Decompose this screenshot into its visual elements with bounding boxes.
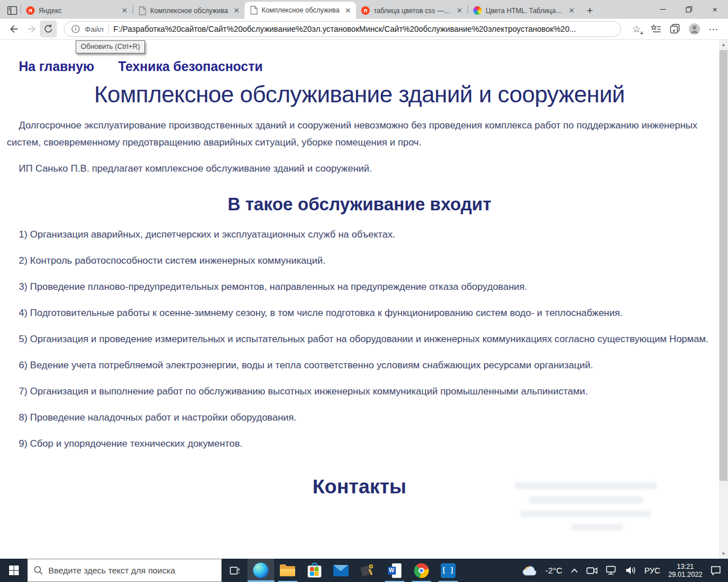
vertical-tabs-icon bbox=[7, 6, 17, 15]
service-list-item: 2) Контроль работоспособности систем инж… bbox=[7, 252, 712, 269]
page-scrollbar[interactable]: ▲ ▼ bbox=[719, 40, 728, 559]
service-list-item: 3) Проведение планово-предупредительных … bbox=[7, 278, 712, 296]
collections-icon bbox=[670, 24, 681, 34]
windows-taskbar: W [ ] -2°C РУС 13:21 29.01.2022 bbox=[0, 559, 728, 582]
clock-widget[interactable]: 13:21 29.01.2022 bbox=[666, 559, 705, 582]
word-icon: W bbox=[388, 563, 402, 578]
taskbar-search[interactable] bbox=[27, 559, 222, 582]
taskbar-app-microsoft-store[interactable] bbox=[301, 559, 328, 582]
taskbar-app-password-keys[interactable] bbox=[354, 559, 381, 582]
tab-site-page-1[interactable]: Комплексное обслужива ✕ bbox=[133, 2, 245, 19]
window-minimize-button[interactable] bbox=[650, 0, 676, 19]
meet-now-camera-icon bbox=[586, 566, 598, 575]
url-separator bbox=[108, 24, 109, 34]
webpage-content: На главную Техника безопасности Комплекс… bbox=[0, 40, 719, 559]
action-center-icon bbox=[710, 566, 721, 575]
nav-link-safety[interactable]: Техника безопасности bbox=[118, 59, 263, 74]
back-icon bbox=[9, 23, 20, 35]
ghost-text-artifact bbox=[515, 482, 657, 489]
windows-logo-icon bbox=[9, 566, 19, 575]
speaker-icon bbox=[625, 566, 636, 575]
tab-close-icon[interactable]: ✕ bbox=[344, 6, 353, 15]
tab-title: Яндекс bbox=[39, 7, 116, 15]
tab-html-colors[interactable]: Цвета HTML. Таблица из ✕ bbox=[468, 2, 580, 19]
yandex-favicon: Я bbox=[26, 6, 35, 15]
add-favorite-button[interactable]: ☆ + bbox=[628, 20, 645, 38]
scrollbar-thumb[interactable] bbox=[719, 50, 727, 481]
chrome-icon bbox=[414, 563, 429, 578]
new-tab-button[interactable]: + bbox=[582, 3, 598, 19]
address-bar[interactable]: Файл F:/Разработка%20сайтов/Сайт%20обслу… bbox=[64, 21, 621, 37]
favorites-list-button[interactable] bbox=[647, 20, 664, 38]
language-indicator[interactable]: РУС bbox=[642, 559, 663, 582]
taskbar-search-input[interactable] bbox=[48, 566, 216, 575]
ghost-text-artifact bbox=[529, 496, 643, 504]
ghost-text-artifact bbox=[520, 510, 651, 517]
service-list-item: 9) Сбор и упорядочение технических докум… bbox=[7, 435, 712, 452]
page-favicon bbox=[138, 6, 146, 15]
tab-css-colors-search[interactable]: Я таблица цветов css — Ян ✕ bbox=[356, 2, 468, 19]
url-text[interactable]: F:/Разработка%20сайтов/Сайт%20обслуживан… bbox=[113, 24, 614, 34]
tab-close-icon[interactable]: ✕ bbox=[120, 6, 129, 15]
tab-title: таблица цветов css — Ян bbox=[374, 7, 451, 15]
info-icon[interactable] bbox=[71, 24, 80, 34]
taskbar-app-brackets[interactable]: [ ] bbox=[435, 559, 461, 582]
tab-yandex[interactable]: Я Яндекс ✕ bbox=[21, 2, 133, 19]
taskbar-app-mail[interactable] bbox=[328, 559, 354, 582]
action-center-button[interactable] bbox=[708, 559, 723, 582]
refresh-icon bbox=[43, 24, 53, 34]
more-dots-icon: ··· bbox=[709, 25, 718, 34]
profile-avatar-icon bbox=[688, 23, 701, 35]
tab-site-page-2-active[interactable]: Комплексное обслужива ✕ bbox=[245, 2, 356, 19]
tray-time: 13:21 bbox=[668, 563, 702, 571]
service-list-item: 8) Проведение наладочных работ и настрой… bbox=[7, 409, 712, 426]
taskbar-app-chrome[interactable] bbox=[408, 559, 435, 582]
scroll-down-arrow[interactable]: ▼ bbox=[719, 549, 728, 559]
temperature-label[interactable]: -2°C bbox=[543, 559, 565, 582]
start-button[interactable] bbox=[0, 559, 27, 582]
keys-icon bbox=[360, 563, 375, 577]
restore-icon bbox=[686, 6, 692, 13]
forward-button[interactable] bbox=[23, 20, 40, 38]
tray-overflow-button[interactable] bbox=[568, 559, 581, 582]
plus-badge-icon: + bbox=[640, 30, 643, 36]
forward-icon bbox=[26, 23, 37, 35]
intro-paragraph: Долгосрочное эксплуатирование производст… bbox=[7, 117, 712, 151]
favorites-list-icon bbox=[651, 24, 661, 34]
intro-paragraph: ИП Санько П.В. предлагает комплексное об… bbox=[7, 160, 712, 177]
refresh-tooltip: Обновить (Ctrl+R) bbox=[76, 40, 145, 53]
intro-section: Долгосрочное эксплуатирование производст… bbox=[7, 117, 712, 177]
weather-widget[interactable] bbox=[519, 559, 540, 582]
collections-button[interactable] bbox=[667, 20, 684, 38]
weather-cloud-icon bbox=[522, 564, 537, 577]
service-list-item: 6) Ведение учета потребляемой электроэне… bbox=[7, 357, 712, 374]
taskbar-app-edge[interactable] bbox=[247, 559, 274, 582]
refresh-button[interactable] bbox=[40, 20, 57, 38]
nav-link-home[interactable]: На главную bbox=[19, 59, 94, 74]
window-close-button[interactable]: × bbox=[702, 0, 728, 19]
taskbar-app-word[interactable]: W bbox=[381, 559, 408, 582]
volume-button[interactable] bbox=[623, 559, 639, 582]
vertical-tabs-button[interactable] bbox=[3, 2, 20, 19]
service-list-item: 5) Организация и проведение измерительны… bbox=[7, 331, 712, 348]
search-icon bbox=[34, 566, 43, 575]
settings-more-button[interactable]: ··· bbox=[705, 20, 722, 38]
tab-close-icon[interactable]: ✕ bbox=[567, 6, 576, 15]
minimize-icon bbox=[660, 9, 666, 10]
scroll-up-arrow[interactable]: ▲ bbox=[719, 40, 728, 49]
network-button[interactable] bbox=[603, 559, 619, 582]
window-restore-button[interactable] bbox=[676, 0, 702, 19]
page-title: Комплексное обслуживание зданий и сооруж… bbox=[0, 81, 719, 108]
back-button[interactable] bbox=[6, 20, 23, 38]
task-view-button[interactable] bbox=[222, 559, 247, 582]
network-ethernet-icon bbox=[606, 566, 617, 575]
service-list-item: 7) Организация и выполнение работ по обс… bbox=[7, 383, 712, 400]
meet-now-button[interactable] bbox=[584, 559, 600, 582]
tab-close-icon[interactable]: ✕ bbox=[455, 6, 464, 15]
profile-button[interactable] bbox=[686, 20, 703, 38]
system-tray: -2°C РУС 13:21 29.01.2022 bbox=[519, 559, 728, 582]
taskbar-app-file-explorer[interactable] bbox=[274, 559, 301, 582]
services-list: 1) Организация аварийных, диспетчерских … bbox=[7, 226, 712, 452]
tab-close-icon[interactable]: ✕ bbox=[232, 6, 241, 15]
chevron-up-icon bbox=[570, 568, 578, 573]
